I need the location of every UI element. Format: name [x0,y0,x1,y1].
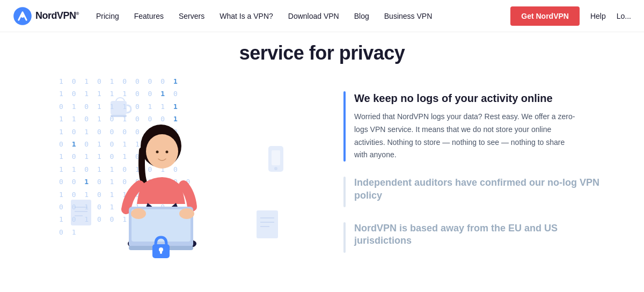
nav-links: Pricing Features Servers What Is a VPN? … [96,12,510,20]
feature-text-2: Independent auditors have confirmed our … [354,177,601,207]
feature-border-3 [343,222,346,253]
nav-link-blog[interactable]: Blog [354,12,369,20]
logo-text: NordVPN® [35,10,79,21]
nav-link-download[interactable]: Download VPN [288,12,339,20]
floating-doc1-icon [70,199,92,227]
feature-text-3: NordVPN is based away from the EU and US… [354,222,601,253]
main-content: 1 0 1 0 1 0 0 0 0 1 1 0 1 1 1 1 0 0 1 0 … [0,75,644,279]
svg-rect-11 [257,210,278,238]
floating-phone-icon [267,145,284,173]
svg-rect-5 [272,150,280,165]
help-link[interactable]: Help [590,12,606,20]
svg-point-1 [21,14,24,18]
hero-subtitle: service for privacy [0,32,644,70]
svg-rect-7 [71,200,91,225]
svg-point-27 [156,151,159,154]
nav-link-whatvpn[interactable]: What Is a VPN? [219,12,273,20]
feature-item-3[interactable]: NordVPN is based away from the EU and US… [343,222,601,253]
floating-doc2-icon [255,209,279,239]
nav-link-servers[interactable]: Servers [179,12,204,20]
person-illustration [97,107,225,268]
svg-rect-24 [160,250,162,254]
feature-border-1 [343,91,346,162]
svg-point-28 [166,151,169,154]
feature-title-2: Independent auditors have confirmed our … [354,177,601,202]
login-link[interactable]: Lo... [617,12,631,20]
feature-text-1: We keep no logs of your activity online … [354,91,580,162]
svg-point-29 [131,208,146,219]
feature-title-1: We keep no logs of your activity online [354,91,580,105]
feature-item-2[interactable]: Independent auditors have confirmed our … [343,177,601,207]
svg-point-30 [179,208,194,219]
nav-link-features[interactable]: Features [134,12,164,20]
navbar-actions: Get NordVPN Help Lo... [510,6,631,26]
feature-border-2 [343,177,346,207]
text-content: We keep no logs of your activity online … [343,75,601,268]
nordvpn-logo-icon [13,6,32,26]
feature-desc-1: Worried that NordVPN logs your data? Res… [354,111,580,162]
logo[interactable]: NordVPN® [13,6,79,26]
svg-point-16 [146,134,178,169]
nav-link-business[interactable]: Business VPN [384,12,432,20]
get-nordvpn-button[interactable]: Get NordVPN [510,6,580,26]
nav-link-pricing[interactable]: Pricing [96,12,119,20]
navbar: NordVPN® Pricing Features Servers What I… [0,0,644,32]
feature-item-1: We keep no logs of your activity online … [343,91,601,162]
feature-title-3: NordVPN is based away from the EU and US… [354,222,601,247]
svg-point-6 [274,167,277,170]
illustration-area: 1 0 1 0 1 0 0 0 0 1 1 0 1 1 1 1 0 0 1 0 … [43,75,311,279]
